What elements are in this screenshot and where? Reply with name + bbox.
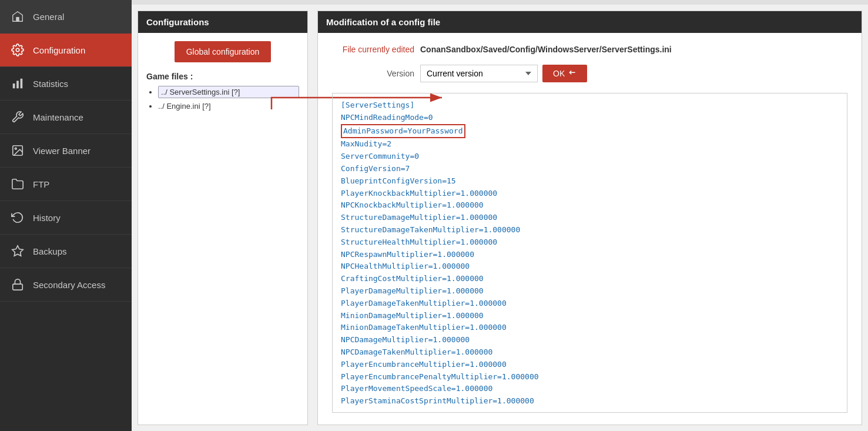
version-select[interactable]: Current version: [420, 65, 538, 82]
ok-icon: [568, 69, 577, 78]
sidebar-item-secondary-access[interactable]: Secondary Access: [0, 268, 132, 302]
folder-icon: [9, 176, 26, 192]
sidebar-item-history-label: History: [33, 213, 61, 223]
svg-rect-8: [13, 284, 23, 290]
stats-icon: [9, 75, 26, 92]
sidebar-item-statistics[interactable]: Statistics: [0, 67, 132, 101]
sidebar-item-backups-label: Backups: [33, 246, 67, 256]
maintenance-icon: [9, 109, 26, 125]
svg-rect-2: [13, 83, 15, 88]
svg-point-6: [15, 148, 16, 149]
ok-button[interactable]: OK: [542, 65, 587, 82]
file-label: File currently edited: [332, 45, 414, 54]
history-icon: [9, 209, 26, 226]
sidebar-item-ftp-label: FTP: [33, 179, 49, 189]
sidebar-item-statistics-label: Statistics: [33, 79, 68, 89]
svg-marker-7: [12, 246, 23, 256]
svg-rect-3: [16, 81, 19, 88]
svg-rect-0: [16, 17, 19, 21]
lock-icon: [9, 276, 26, 293]
sidebar-item-backups[interactable]: Backups: [0, 235, 132, 268]
sidebar: General Configuration Statistics Mainten…: [0, 0, 132, 431]
sidebar-item-general-label: General: [33, 12, 64, 22]
file-list-item-engine[interactable]: ../ Engine.ini [?]: [158, 102, 299, 111]
sidebar-item-maintenance-label: Maintenance: [33, 112, 83, 122]
sidebar-item-secondary-access-label: Secondary Access: [33, 280, 105, 290]
sidebar-item-history[interactable]: History: [0, 201, 132, 235]
file-list: ../ ServerSettings.ini [?] ../ Engine.in…: [146, 86, 299, 111]
mod-panel: Modification of a config file File curre…: [317, 11, 862, 425]
image-icon: [9, 142, 26, 159]
svg-point-1: [16, 48, 19, 52]
sidebar-item-configuration-label: Configuration: [33, 45, 85, 55]
file-path: ConanSandbox/Saved/Config/WindowsServer/…: [420, 45, 672, 54]
backup-icon: [9, 243, 26, 259]
home-icon: [9, 8, 26, 25]
svg-rect-4: [21, 79, 23, 89]
version-row: Version Current version OK: [332, 65, 847, 82]
sidebar-item-general[interactable]: General: [0, 0, 132, 34]
sidebar-item-viewer-banner-label: Viewer Banner: [33, 146, 91, 156]
config-icon: [9, 42, 26, 58]
sidebar-item-configuration[interactable]: Configuration: [0, 34, 132, 67]
main-content: Configurations Global configuration Game…: [132, 0, 868, 431]
config-panel: Configurations Global configuration Game…: [138, 11, 308, 425]
mod-panel-body: File currently edited ConanSandbox/Saved…: [318, 33, 862, 425]
file-info-row: File currently edited ConanSandbox/Saved…: [332, 45, 847, 54]
content-area: Configurations Global configuration Game…: [132, 5, 868, 431]
topbar: [132, 0, 868, 5]
global-config-button[interactable]: Global configuration: [175, 41, 272, 62]
sidebar-item-ftp[interactable]: FTP: [0, 168, 132, 201]
sidebar-item-viewer-banner[interactable]: Viewer Banner: [0, 134, 132, 168]
file-list-item-serversettings[interactable]: ../ ServerSettings.ini [?]: [158, 86, 299, 98]
game-files-label: Game files :: [146, 72, 299, 81]
config-panel-header: Configurations: [138, 11, 307, 33]
config-panel-body: Global configuration Game files : ../ Se…: [138, 33, 307, 425]
sidebar-item-maintenance[interactable]: Maintenance: [0, 101, 132, 134]
mod-panel-header: Modification of a config file: [318, 11, 862, 33]
version-label: Version: [332, 69, 414, 78]
file-content-area[interactable]: [ServerSettings]NPCMindReadingMode=0Admi…: [332, 93, 847, 413]
